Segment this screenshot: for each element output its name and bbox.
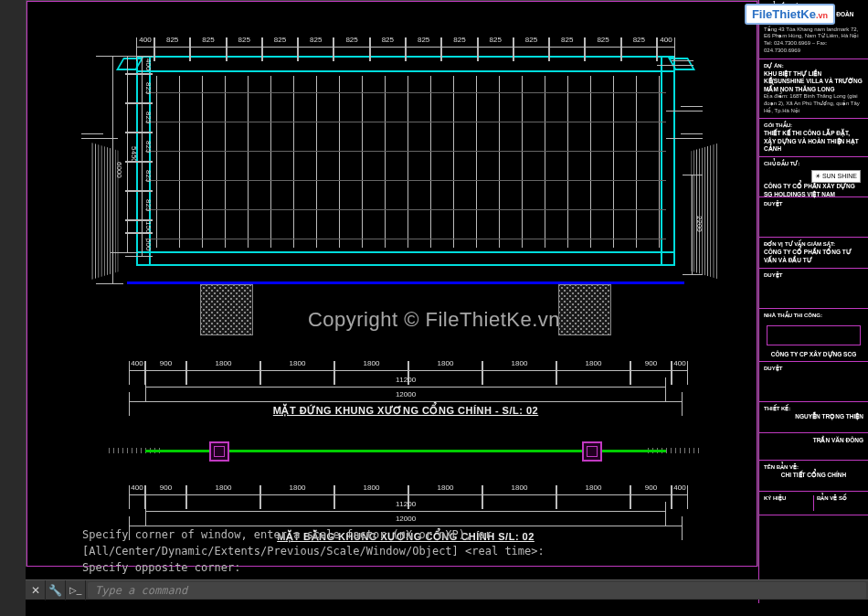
dim-value: 900 — [160, 359, 172, 367]
tb-sheet: KÝ HIỆU BẢN VẼ SỐ — [759, 492, 868, 515]
dim-value: 825 — [490, 36, 502, 44]
footing-right — [558, 284, 611, 335]
wrench-icon[interactable]: 🔧 — [46, 580, 66, 600]
elevation-view — [145, 56, 666, 284]
dim-value: 825 — [144, 82, 153, 94]
dim-value: 400 — [131, 483, 143, 492]
dim-value: 1800 — [216, 359, 232, 367]
tb-checker: TRẦN VĂN ĐÔNG — [759, 433, 868, 461]
dim-seg: 825 — [441, 37, 477, 61]
dim-value: 1800 — [290, 483, 306, 492]
tb-unit1: CHỦ ĐẦU TƯ: ☀ SUN SHINE CÔNG TY CỔ PHẦN … — [759, 157, 868, 197]
dim-seg: 825 — [125, 103, 153, 133]
dim-value: 825 — [274, 36, 286, 44]
dim-seg: 400 — [672, 485, 688, 509]
dim-seg: 400 — [129, 485, 145, 509]
dim-value: 900 — [645, 483, 657, 492]
stud — [613, 76, 614, 248]
plan-column-left — [209, 441, 229, 462]
dim-value: 825 — [633, 36, 645, 44]
stud — [476, 76, 477, 248]
watermark-logo: FileThietKe.vn — [745, 4, 835, 25]
dim-value: 825 — [144, 199, 153, 211]
stud — [430, 76, 431, 248]
dim-value: 825 — [144, 141, 153, 153]
footing-left — [200, 284, 253, 335]
leader — [666, 138, 703, 139]
dim-seg: 825 — [154, 37, 190, 61]
title-block: CHỦ ĐẦU TƯ: CÔNG TY CỔ PHẦN TẬP ĐOÀN SUN… — [758, 0, 868, 603]
dim-value: 900 — [160, 483, 172, 492]
stud — [225, 76, 226, 248]
dim-value: 12000 — [396, 390, 416, 398]
rail — [145, 209, 666, 210]
dim-value: 1800 — [216, 483, 232, 492]
dim-value: 825 — [144, 112, 153, 123]
contractor-box — [767, 325, 861, 345]
dim-right-value: 2200 — [695, 216, 704, 232]
rail — [145, 122, 666, 122]
dim-value: 825 — [345, 36, 357, 44]
tb-project: DỰ ÁN: KHU BIỆT THỰ LIỀN KỀ(SUNSHINE VIL… — [759, 59, 868, 120]
dim-value: 825 — [453, 36, 465, 44]
stud — [156, 76, 157, 248]
dim-value: 825 — [597, 36, 609, 44]
dim-seg: 825 — [370, 37, 406, 61]
dim-seg: 400 — [657, 37, 675, 61]
dim-value: 400 — [144, 58, 153, 70]
tb-consult: ĐƠN VỊ TƯ VẤN GIÁM SÁT: CÔNG TY CỔ PHẦN … — [759, 238, 868, 269]
dim-value: 1800 — [586, 483, 602, 492]
dim-value: 400 — [673, 359, 685, 367]
dim-seg: 825 — [125, 133, 153, 162]
tb-approve-3: DUYỆT — [759, 362, 868, 402]
rail — [145, 180, 666, 181]
dim-right: 2200 — [683, 175, 703, 275]
command-bar: ✕ 🔧 ▷_ Type a command — [26, 579, 868, 600]
dim-value: 1800 — [290, 359, 306, 367]
close-icon[interactable]: ✕ — [26, 580, 46, 600]
dim-value: 1800 — [512, 483, 528, 492]
truss-bottom — [136, 251, 675, 266]
tb-approve-2: DUYỆT — [759, 269, 868, 309]
dim-value: 825 — [202, 36, 214, 44]
dim-value: 825 — [418, 36, 429, 44]
tb-contractor: NHÀ THẦU THI CÔNG: CÔNG TY CP XÂY DỰNG S… — [759, 309, 868, 362]
rail — [145, 151, 666, 152]
dim-value: 1800 — [438, 359, 454, 367]
cmd-line: [All/Center/Dynamic/Extents/Previous/Sca… — [82, 543, 749, 559]
rail — [145, 92, 666, 93]
dim-seg: 825 — [262, 37, 298, 61]
dim-seg: 825 — [125, 191, 153, 220]
stud — [316, 76, 317, 248]
dim-value: 1800 — [438, 483, 454, 492]
dim-value: 400 — [139, 36, 151, 44]
stud — [202, 76, 203, 248]
stud — [362, 76, 363, 248]
dim-seg: 825 — [190, 37, 226, 61]
dim-seg: 825 — [585, 37, 620, 61]
tb-approve-1: DUYỆT — [759, 197, 868, 238]
dim-value: 825 — [382, 36, 394, 44]
dim-seg: 500 — [125, 233, 153, 257]
tb-sector: GÓI THẦU: THIẾT KẾ THI CÔNG LẮP ĐẶT, XÂY… — [759, 119, 868, 157]
dim-value: 12000 — [396, 515, 416, 523]
dim-value: 1800 — [364, 483, 380, 492]
dim-seg: 825 — [406, 37, 441, 61]
stud — [567, 76, 568, 248]
dim-value: 825 — [561, 36, 573, 44]
dim-value: 825 — [238, 36, 250, 44]
dim-value: 825 — [310, 36, 322, 44]
dim-value: 150 — [144, 221, 153, 233]
dim-value: 1800 — [364, 359, 380, 367]
command-input[interactable]: Type a command — [88, 582, 866, 599]
dim-seg: 825 — [513, 37, 549, 61]
stud — [453, 76, 454, 248]
leader — [81, 138, 118, 139]
left-tool-rail — [0, 0, 26, 616]
stud — [293, 76, 294, 248]
leader — [657, 65, 693, 66]
drawing-canvas[interactable]: (function(){ const elev = document.query… — [26, 0, 758, 567]
stud — [179, 76, 180, 248]
dim-seg: 825 — [549, 37, 585, 61]
stud — [270, 76, 271, 248]
